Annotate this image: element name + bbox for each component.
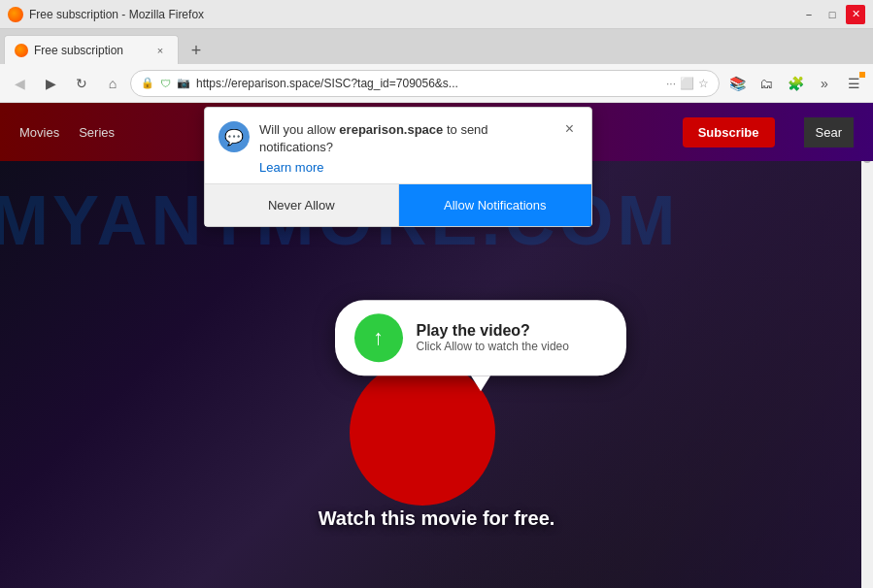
container-icon[interactable]: 🗂 — [753, 70, 780, 97]
allow-notifications-button[interactable]: Allow Notifications — [399, 184, 592, 226]
address-icons: ··· ⬜ ☆ — [666, 77, 709, 90]
watch-free-text: Watch this movie for free. — [319, 507, 555, 530]
notification-permission-popup: 💬 Will you allow ereparison.space to sen… — [204, 107, 592, 227]
nav-link-series[interactable]: Series — [79, 125, 115, 140]
menu-button[interactable]: ☰ — [840, 70, 867, 97]
tab-close-button[interactable]: × — [152, 43, 168, 58]
titlebar-controls: − □ ✕ — [799, 5, 865, 24]
browser-tab[interactable]: Free subscription × — [4, 35, 179, 64]
tab-favicon-icon — [15, 44, 28, 57]
titlebar-left: Free subscription - Mozilla Firefox — [8, 7, 204, 22]
extensions-button[interactable]: » — [811, 70, 838, 97]
minimize-button[interactable]: − — [799, 5, 819, 24]
url-text: https://ereparison.space/SISC?tag_id=709… — [196, 77, 660, 90]
home-button[interactable]: ⌂ — [99, 70, 126, 97]
more-icon[interactable]: ··· — [666, 77, 676, 90]
notif-popup-text: Will you allow ereparison.space to send … — [259, 121, 552, 176]
search-button[interactable]: Sear — [804, 117, 854, 147]
scrollbar[interactable] — [861, 103, 873, 588]
notif-title-prefix: Will you allow — [259, 122, 339, 137]
play-title: Play the video? — [417, 322, 569, 340]
play-icon-circle: ↑ — [354, 313, 403, 362]
shield-icon: 🛡 — [160, 78, 171, 89]
back-button[interactable]: ◀ — [6, 70, 33, 97]
close-button[interactable]: ✕ — [846, 5, 865, 24]
play-video-popup: ↑ Play the video? Click Allow to watch t… — [335, 300, 626, 376]
reload-button[interactable]: ↻ — [68, 70, 95, 97]
pocket-icon[interactable]: ⬜ — [680, 77, 694, 90]
play-arrow-icon: ↑ — [373, 325, 384, 350]
site-nav-links: Movies Series — [19, 125, 115, 140]
titlebar: Free subscription - Mozilla Firefox − □ … — [0, 0, 873, 29]
tab-label: Free subscription — [34, 44, 123, 57]
popup-arrow — [471, 376, 490, 391]
notif-popup-buttons: Never Allow Allow Notifications — [205, 183, 591, 226]
navbar: ◀ ▶ ↻ ⌂ 🔒 🛡 📷 https://ereparison.space/S… — [0, 64, 873, 103]
maximize-button[interactable]: □ — [823, 5, 842, 24]
new-tab-button[interactable]: + — [183, 37, 210, 64]
security-icon: 🔒 — [141, 77, 154, 89]
bookmark-icon[interactable]: ☆ — [698, 77, 709, 90]
address-bar[interactable]: 🔒 🛡 📷 https://ereparison.space/SISC?tag_… — [130, 70, 720, 97]
nav-extra-buttons: 📚 🗂 🧩 » ☰ — [723, 70, 867, 97]
notif-popup-header: 💬 Will you allow ereparison.space to sen… — [205, 108, 591, 183]
never-allow-button[interactable]: Never Allow — [205, 184, 399, 226]
notif-popup-title: Will you allow ereparison.space to send … — [259, 121, 552, 156]
addons-icon[interactable]: 🧩 — [782, 70, 809, 97]
website-content: Movies Series Subscribe Sear MYANYMORE.C… — [0, 103, 873, 588]
library-icon[interactable]: 📚 — [723, 70, 751, 97]
subscribe-button[interactable]: Subscribe — [683, 117, 775, 147]
forward-button[interactable]: ▶ — [37, 70, 64, 97]
window-title: Free subscription - Mozilla Firefox — [29, 8, 204, 21]
camera-icon: 📷 — [177, 77, 190, 89]
play-text-area: Play the video? Click Allow to watch the… — [417, 322, 569, 353]
firefox-icon — [8, 7, 23, 22]
play-subtitle: Click Allow to watch the video — [417, 340, 569, 353]
nav-link-movies[interactable]: Movies — [19, 125, 59, 140]
notif-close-button[interactable]: × — [561, 121, 578, 137]
notif-domain: ereparison.space — [339, 122, 443, 137]
tabbar: Free subscription × + — [0, 29, 873, 64]
notification-chat-icon: 💬 — [218, 121, 250, 152]
notif-learn-more-link[interactable]: Learn more — [259, 160, 323, 175]
